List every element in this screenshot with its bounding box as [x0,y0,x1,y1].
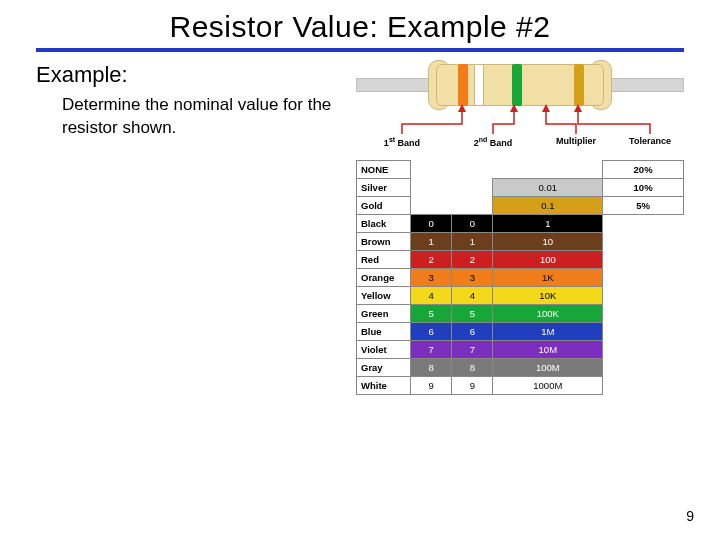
table-cell: 0 [452,215,493,233]
table-cell-tolerance: 10% [603,179,684,197]
color-name: White [357,377,411,395]
table-cell-tolerance: 5% [603,197,684,215]
table-cell-tolerance [603,323,684,341]
resistor-band-3 [512,64,522,106]
page-number: 9 [686,508,694,524]
table-cell-tolerance [603,233,684,251]
table-row: Orange331K [357,269,684,287]
table-cell: 1M [493,323,603,341]
resistor-color-table: NONE20%Silver0.0110%Gold0.15%Black001Bro… [356,160,684,395]
table-row: Silver0.0110% [357,179,684,197]
table-cell: 6 [411,323,452,341]
color-name: Blue [357,323,411,341]
resistor-diagram: 1st Band 2nd Band Multiplier Tolerance [356,58,684,158]
table-cell [452,161,493,179]
table-cell: 1 [411,233,452,251]
table-cell: 1 [493,215,603,233]
table-cell [411,179,452,197]
table-cell: 100 [493,251,603,269]
table-cell: 2 [411,251,452,269]
table-row: Gray88100M [357,359,684,377]
table-cell-tolerance [603,359,684,377]
table-row: Gold0.15% [357,197,684,215]
table-cell-tolerance [603,251,684,269]
table-cell-tolerance [603,287,684,305]
table-cell-tolerance: 20% [603,161,684,179]
resistor-band-2 [474,64,484,106]
table-row: Yellow4410K [357,287,684,305]
table-row: NONE20% [357,161,684,179]
table-cell [452,179,493,197]
table-cell: 0 [411,215,452,233]
table-cell: 7 [452,341,493,359]
color-name: Gray [357,359,411,377]
table-cell: 100M [493,359,603,377]
color-name: Silver [357,179,411,197]
color-name: Red [357,251,411,269]
table-cell-tolerance [603,377,684,395]
table-cell: 10K [493,287,603,305]
label-1st-band: 1st Band [384,136,420,148]
table-cell [411,161,452,179]
table-cell-tolerance [603,341,684,359]
color-name: Green [357,305,411,323]
table-cell: 9 [411,377,452,395]
label-multiplier: Multiplier [556,136,596,146]
color-name: Violet [357,341,411,359]
slide-title: Resistor Value: Example #2 [0,0,720,48]
table-cell: 0.1 [493,197,603,215]
table-cell: 5 [411,305,452,323]
table-cell: 100K [493,305,603,323]
color-name: NONE [357,161,411,179]
color-name: Brown [357,233,411,251]
color-name: Orange [357,269,411,287]
table-row: Green55100K [357,305,684,323]
table-cell: 8 [452,359,493,377]
table-cell: 3 [452,269,493,287]
table-cell-tolerance [603,305,684,323]
color-name: Gold [357,197,411,215]
color-name: Black [357,215,411,233]
table-cell: 1K [493,269,603,287]
table-row: Violet7710M [357,341,684,359]
table-cell: 8 [411,359,452,377]
table-cell: 1000M [493,377,603,395]
table-cell: 7 [411,341,452,359]
table-row: Brown1110 [357,233,684,251]
table-row: Black001 [357,215,684,233]
resistor-band-1 [458,64,468,106]
table-cell: 9 [452,377,493,395]
table-cell [452,197,493,215]
example-label: Example: [36,62,356,88]
table-cell-tolerance [603,269,684,287]
table-row: Red22100 [357,251,684,269]
table-cell: 2 [452,251,493,269]
resistor-band-4 [574,64,584,106]
table-cell: 10M [493,341,603,359]
color-name: Yellow [357,287,411,305]
table-cell: 1 [452,233,493,251]
example-prompt: Determine the nominal value for the resi… [36,94,356,140]
table-cell [411,197,452,215]
table-cell: 4 [452,287,493,305]
table-cell: 0.01 [493,179,603,197]
table-cell: 4 [411,287,452,305]
table-cell: 10 [493,233,603,251]
table-cell: 6 [452,323,493,341]
label-2nd-band: 2nd Band [474,136,513,148]
label-tolerance: Tolerance [629,136,671,146]
table-row: White991000M [357,377,684,395]
table-cell-tolerance [603,215,684,233]
table-row: Blue661M [357,323,684,341]
table-cell: 5 [452,305,493,323]
table-cell [493,161,603,179]
table-cell: 3 [411,269,452,287]
